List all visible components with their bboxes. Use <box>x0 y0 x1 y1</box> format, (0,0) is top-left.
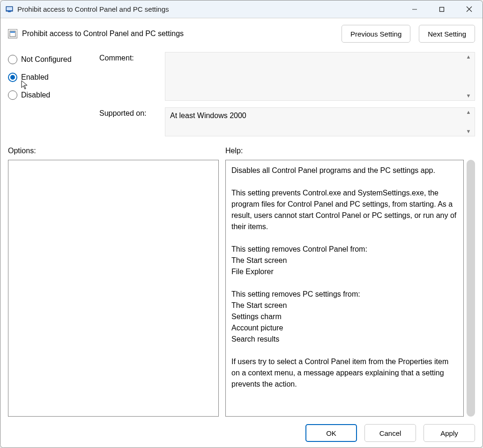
dialog-body: Prohibit access to Control Panel and PC … <box>0 18 483 448</box>
policy-header: Prohibit access to Control Panel and PC … <box>8 25 475 43</box>
radio-icon <box>8 90 17 100</box>
help-scrollbar[interactable] <box>467 160 475 417</box>
svg-rect-2 <box>8 11 11 12</box>
chevron-up-icon: ▲ <box>464 110 473 115</box>
policy-title: Prohibit access to Control Panel and PC … <box>22 30 184 38</box>
app-icon <box>5 5 14 14</box>
svg-rect-4 <box>440 7 444 11</box>
help-container: Disables all Control Panel programs and … <box>225 160 475 417</box>
panels: Disables all Control Panel programs and … <box>8 160 475 417</box>
cancel-button[interactable]: Cancel <box>364 424 416 442</box>
options-label: Options: <box>8 147 219 155</box>
help-label: Help: <box>225 147 475 155</box>
svg-rect-8 <box>10 31 15 33</box>
apply-button[interactable]: Apply <box>424 424 475 442</box>
panel-labels: Options: Help: <box>8 147 475 155</box>
ok-button[interactable]: OK <box>305 424 357 442</box>
state-radio-group: Not Configured Enabled Disabled <box>8 52 95 100</box>
radio-icon <box>8 73 17 82</box>
bottom-bar: OK Cancel Apply <box>8 417 475 442</box>
next-setting-button[interactable]: Next Setting <box>419 25 475 43</box>
supported-on-label: Supported on: <box>99 107 160 118</box>
comment-field[interactable]: ▲ ▼ <box>165 52 475 101</box>
radio-label: Disabled <box>21 91 50 99</box>
radio-label: Not Configured <box>21 55 72 64</box>
close-button[interactable] <box>455 0 483 18</box>
dialog-window: Prohibit access to Control Panel and PC … <box>0 0 483 448</box>
chevron-down-icon: ▼ <box>464 93 473 98</box>
radio-enabled[interactable]: Enabled <box>8 73 95 82</box>
chevron-down-icon: ▼ <box>464 129 473 134</box>
radio-disabled[interactable]: Disabled <box>8 90 95 100</box>
previous-setting-button[interactable]: Previous Setting <box>342 25 410 43</box>
window-title: Prohibit access to Control Panel and PC … <box>17 5 401 13</box>
config-area: Not Configured Enabled Disabled Comment: <box>8 52 475 136</box>
minimize-button[interactable] <box>401 0 428 18</box>
radio-not-configured[interactable]: Not Configured <box>8 55 95 64</box>
titlebar: Prohibit access to Control Panel and PC … <box>0 0 483 18</box>
chevron-up-icon: ▲ <box>464 54 473 60</box>
supported-on-value: At least Windows 2000 <box>170 112 246 119</box>
policy-icon <box>8 29 17 38</box>
comment-label: Comment: <box>99 52 160 62</box>
svg-rect-1 <box>7 7 12 10</box>
radio-icon <box>8 55 17 64</box>
options-panel[interactable] <box>8 160 219 417</box>
maximize-button[interactable] <box>428 0 455 18</box>
supported-scroll[interactable]: ▲ ▼ <box>464 110 473 134</box>
comment-scroll[interactable]: ▲ ▼ <box>464 54 473 98</box>
radio-label: Enabled <box>21 73 49 82</box>
window-controls <box>401 0 483 18</box>
supported-on-field: At least Windows 2000 ▲ ▼ <box>165 107 475 136</box>
help-panel[interactable]: Disables all Control Panel programs and … <box>225 160 464 417</box>
